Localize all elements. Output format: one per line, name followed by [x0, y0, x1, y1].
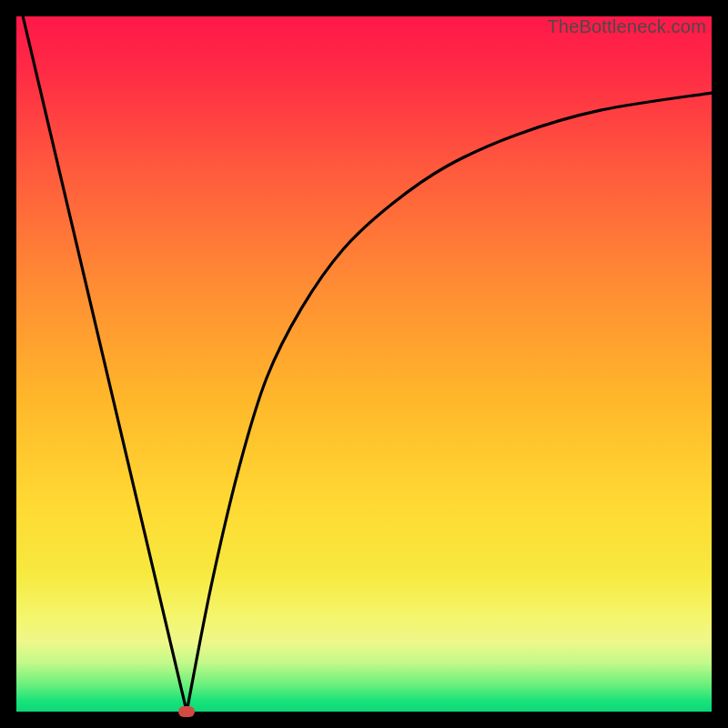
curve-path [16, 16, 712, 712]
minimum-marker [178, 706, 195, 717]
bottleneck-curve [16, 16, 712, 712]
chart-frame: TheBottleneck.com [0, 0, 728, 728]
watermark-label: TheBottleneck.com [547, 16, 706, 37]
plot-area: TheBottleneck.com [16, 16, 712, 712]
